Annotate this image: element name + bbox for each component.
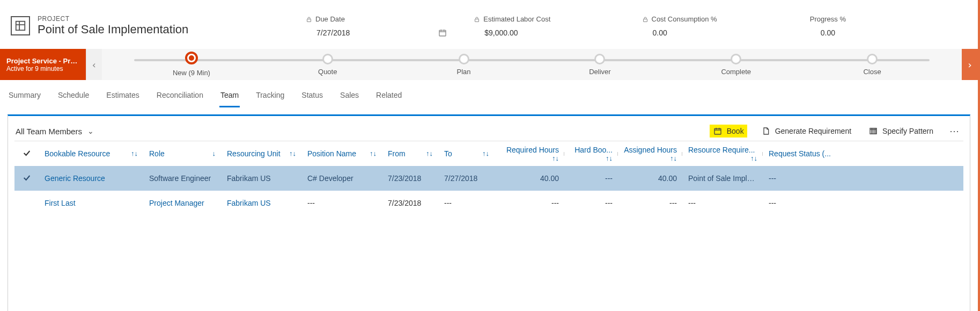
process-flow-name[interactable]: Project Service - Project ... Active for…: [0, 49, 86, 80]
card-label: Estimated Labor Cost: [483, 15, 550, 23]
cell-to[interactable]: ---: [439, 199, 495, 207]
cell-resourcing-unit[interactable]: Fabrikam US: [222, 199, 302, 207]
col-hard-booked[interactable]: Hard Boo...↑↓: [565, 146, 618, 162]
process-flow-title: Project Service - Project ...: [6, 57, 79, 65]
stage-dot-icon: [594, 54, 605, 64]
stage-dot-icon: [731, 54, 741, 64]
form-header: PROJECT Point of Sale Implementation Due…: [0, 0, 978, 49]
col-position-name[interactable]: Position Name↑↓: [302, 149, 382, 158]
lock-icon: [642, 16, 649, 23]
grid-header-row: Bookable Resource↑↓ Role↓ Resourcing Uni…: [14, 141, 963, 166]
tab-schedule[interactable]: Schedule: [57, 88, 90, 107]
cell-request-status[interactable]: ---: [763, 199, 963, 207]
svg-rect-1: [307, 19, 311, 21]
tab-estimates[interactable]: Estimates: [105, 88, 140, 107]
process-next-button[interactable]: ›: [962, 49, 978, 80]
col-role[interactable]: Role↓: [144, 149, 222, 158]
tab-status[interactable]: Status: [300, 88, 324, 107]
cell-hard-booked[interactable]: ---: [565, 174, 618, 183]
col-assigned-hours[interactable]: Assigned Hours↑↓: [618, 146, 683, 162]
more-commands-button[interactable]: ⋯: [947, 125, 962, 137]
generate-requirement-button[interactable]: Generate Requirement: [758, 125, 854, 138]
stage-dot-icon: [867, 54, 878, 64]
cell-from[interactable]: 7/23/2018: [382, 174, 439, 183]
sort-icon: ↑↓: [426, 149, 433, 157]
cell-bookable-resource[interactable]: First Last: [39, 199, 144, 207]
cell-request-status[interactable]: ---: [763, 174, 963, 183]
cell-resource-req[interactable]: Point of Sale Implem...: [683, 174, 763, 183]
cell-resource-req[interactable]: ---: [683, 199, 763, 207]
cell-role[interactable]: Software Engineer: [144, 174, 222, 183]
lock-icon: [474, 16, 480, 23]
card-label: Due Date: [315, 15, 345, 23]
cell-bookable-resource[interactable]: Generic Resource: [39, 174, 144, 183]
cell-assigned-hours[interactable]: 40.00: [618, 174, 683, 183]
stage-dot-icon: [322, 54, 333, 64]
header-card-cost-consumption: Cost Consumption % 0.00: [637, 15, 799, 37]
stage-deliver[interactable]: Deliver: [532, 54, 668, 76]
specify-pattern-button[interactable]: Specify Pattern: [865, 125, 937, 138]
cell-from[interactable]: 7/23/2018: [382, 199, 439, 207]
calendar-icon[interactable]: [438, 28, 447, 37]
cell-resourcing-unit[interactable]: Fabrikam US: [222, 174, 302, 183]
tab-sales[interactable]: Sales: [339, 88, 360, 107]
team-grid: Bookable Resource↑↓ Role↓ Resourcing Uni…: [14, 141, 963, 215]
col-bookable-resource[interactable]: Bookable Resource↑↓: [39, 149, 144, 158]
header-card-progress: Progress % 0.00: [805, 15, 967, 37]
cell-role[interactable]: Project Manager: [144, 199, 222, 207]
stage-label: Quote: [318, 68, 337, 76]
stage-close[interactable]: Close: [804, 54, 940, 76]
col-resourcing-unit[interactable]: Resourcing Unit↑↓: [222, 149, 302, 158]
view-name: All Team Members: [16, 127, 82, 136]
col-from[interactable]: From↑↓: [382, 149, 439, 158]
svg-rect-4: [643, 19, 647, 21]
stage-new[interactable]: New (9 Min): [123, 53, 260, 77]
tab-reconciliation[interactable]: Reconciliation: [156, 88, 204, 107]
sort-icon: ↑↓: [552, 154, 559, 162]
card-label: Cost Consumption %: [652, 15, 717, 23]
entity-icon: [11, 16, 30, 35]
card-value: $9,000.00: [484, 28, 518, 37]
stage-complete[interactable]: Complete: [668, 54, 804, 76]
cell-to[interactable]: 7/27/2018: [439, 174, 495, 183]
sort-icon: ↑↓: [750, 154, 757, 162]
book-button[interactable]: Book: [710, 125, 747, 138]
stage-plan[interactable]: Plan: [396, 54, 532, 76]
cell-position-name[interactable]: ---: [302, 199, 382, 207]
row-checkbox[interactable]: [14, 173, 39, 184]
process-prev-button[interactable]: ‹: [86, 49, 102, 80]
cell-required-hours[interactable]: ---: [495, 199, 565, 207]
grid-row[interactable]: First Last Project Manager Fabrikam US -…: [14, 191, 963, 215]
process-bar: Project Service - Project ... Active for…: [0, 49, 978, 80]
stage-label: Deliver: [589, 68, 610, 76]
form-tabs: Summary Schedule Estimates Reconciliatio…: [0, 80, 978, 108]
entity-title: Point of Sale Implementation: [38, 23, 188, 37]
view-selector[interactable]: All Team Members ⌄: [16, 127, 94, 136]
header-cards: Due Date 7/27/2018 Estimated Labor Cost …: [300, 15, 967, 37]
cell-hard-booked[interactable]: ---: [565, 199, 618, 207]
card-value[interactable]: 0.00: [821, 28, 835, 37]
process-active-duration: Active for 9 minutes: [6, 65, 79, 73]
sort-icon: ↑↓: [606, 154, 613, 162]
svg-rect-3: [475, 19, 479, 21]
grid-row[interactable]: Generic Resource Software Engineer Fabri…: [14, 166, 963, 191]
sort-icon: ↑↓: [131, 149, 138, 157]
stage-label: Plan: [457, 68, 471, 76]
entity-type-label: PROJECT: [38, 15, 188, 23]
cell-position-name[interactable]: C# Developer: [302, 174, 382, 183]
col-resource-req[interactable]: Resource Require...↑↓: [683, 146, 763, 162]
col-required-hours[interactable]: Required Hours↑↓: [495, 146, 565, 162]
cell-required-hours[interactable]: 40.00: [495, 174, 565, 183]
card-value: 0.00: [653, 28, 667, 37]
col-request-status[interactable]: Request Status (...: [763, 149, 963, 158]
tab-related[interactable]: Related: [375, 88, 403, 107]
tab-summary[interactable]: Summary: [8, 88, 42, 107]
select-all-checkbox[interactable]: [14, 149, 39, 159]
sort-icon: ↑↓: [289, 149, 296, 157]
cell-assigned-hours[interactable]: ---: [618, 199, 683, 207]
card-value[interactable]: 7/27/2018: [316, 28, 350, 37]
col-to[interactable]: To↑↓: [439, 149, 495, 158]
tab-team[interactable]: Team: [219, 88, 240, 107]
tab-tracking[interactable]: Tracking: [255, 88, 285, 107]
stage-quote[interactable]: Quote: [260, 54, 396, 76]
